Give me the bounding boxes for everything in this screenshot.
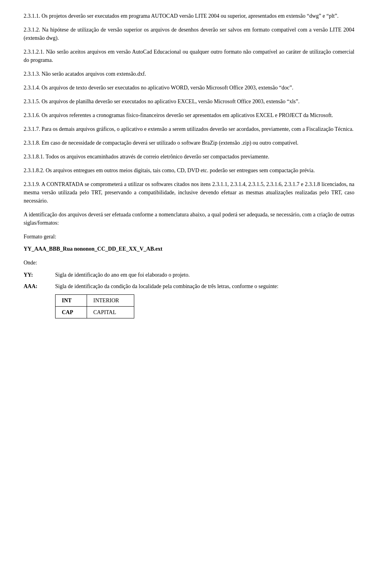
format-value: YY_AAA_BBB_Rua nononon_CC_DD_EE_XX_V_AB.… — [24, 245, 354, 253]
section-2318: 2.3.1.8. Em caso de necessidade de compa… — [24, 139, 354, 147]
table-cell-value: INTERIOR — [87, 295, 134, 307]
section-2311: 2.3.1.1. Os projetos deverão ser executa… — [24, 12, 354, 20]
nomenclature-intro: A identificação dos arquivos deverá ser … — [24, 210, 354, 227]
table-row: CAPCAPITAL — [56, 307, 134, 318]
section-23181: 2.3.1.8.1. Todos os arquivos encaminhado… — [24, 153, 354, 161]
section-2318-text: 2.3.1.8. Em caso de necessidade de compa… — [24, 139, 354, 147]
section-23121-text: 2.3.1.2.1. Não serão aceitos arquivos em… — [24, 48, 354, 64]
table-cell-key: INT — [56, 295, 87, 307]
section-2316: 2.3.1.6. Os arquivos referentes a cronog… — [24, 111, 354, 119]
section-2312: 2.3.1.2. Na hipótese de utilização de ve… — [24, 26, 354, 42]
location-table: INTINTERIORCAPCAPITAL — [55, 294, 134, 318]
table-row: INTINTERIOR — [56, 295, 134, 307]
section-2317-text: 2.3.1.7. Para os demais arquivos gráfico… — [24, 125, 354, 133]
section-2319-text: 2.3.1.9. A CONTRATADA se comprometerá a … — [24, 180, 354, 205]
section-2313: 2.3.1.3. Não serão acatados arquivos com… — [24, 70, 354, 78]
term-yy: YY: Sigla de identificação do ano em que… — [24, 271, 354, 279]
section-2313-text: 2.3.1.3. Não serão acatados arquivos com… — [24, 70, 354, 78]
section-2311-text: 2.3.1.1. Os projetos deverão ser executa… — [24, 12, 354, 20]
table-cell-key: CAP — [56, 307, 87, 318]
section-2312-text: 2.3.1.2. Na hipótese de utilização de ve… — [24, 26, 354, 42]
where-label: Onde: — [24, 259, 354, 267]
section-23182-text: 2.3.1.8.2. Os arquivos entregues em outr… — [24, 166, 354, 175]
table-cell-value: CAPITAL — [87, 307, 134, 318]
format-section: Formato geral: YY_AAA_BBB_Rua nononon_CC… — [24, 233, 354, 253]
document-content: 2.3.1.1. Os projetos deverão ser executa… — [24, 12, 354, 318]
section-2315-text: 2.3.1.5. Os arquivos de planilha deverão… — [24, 97, 354, 106]
term-yy-value: Sigla de identificação do ano em que foi… — [55, 271, 354, 279]
term-yy-key: YY: — [24, 271, 55, 279]
section-2314: 2.3.1.4. Os arquivos de texto deverão se… — [24, 84, 354, 92]
section-2315: 2.3.1.5. Os arquivos de planilha deverão… — [24, 97, 354, 106]
section-23181-text: 2.3.1.8.1. Todos os arquivos encaminhado… — [24, 153, 354, 161]
section-23121: 2.3.1.2.1. Não serão aceitos arquivos em… — [24, 48, 354, 64]
term-aaa: AAA: Sigla de identificação da condição … — [24, 282, 354, 290]
section-2317: 2.3.1.7. Para os demais arquivos gráfico… — [24, 125, 354, 133]
section-2314-text: 2.3.1.4. Os arquivos de texto deverão se… — [24, 84, 354, 92]
nomenclature-intro-text: A identificação dos arquivos deverá ser … — [24, 210, 354, 227]
section-2316-text: 2.3.1.6. Os arquivos referentes a cronog… — [24, 111, 354, 119]
term-aaa-value: Sigla de identificação da condição da lo… — [55, 282, 354, 290]
format-label: Formato geral: — [24, 233, 354, 241]
section-23182: 2.3.1.8.2. Os arquivos entregues em outr… — [24, 166, 354, 175]
section-2319: 2.3.1.9. A CONTRATADA se comprometerá a … — [24, 180, 354, 205]
term-aaa-key: AAA: — [24, 282, 55, 290]
where-section: Onde: YY: Sigla de identificação do ano … — [24, 259, 354, 318]
